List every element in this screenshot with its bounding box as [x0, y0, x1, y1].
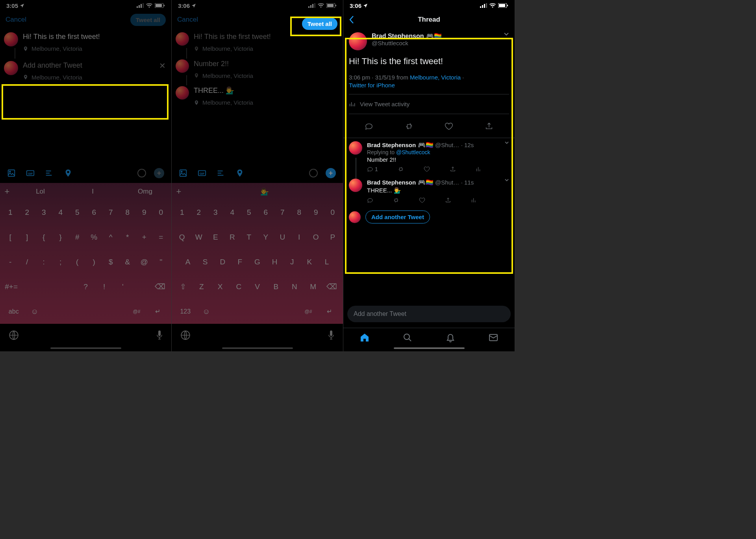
keyboard-key[interactable]: ]	[20, 227, 35, 248]
cancel-button[interactable]: Cancel	[177, 16, 198, 24]
keyboard-key[interactable]: 7	[104, 202, 118, 223]
keyboard-key[interactable]: ⇧	[175, 276, 191, 297]
location-tag[interactable]: Melbourne, Victoria	[194, 45, 339, 52]
return-key[interactable]: ↵	[147, 301, 168, 322]
suggestion-expand[interactable]: +	[0, 186, 14, 197]
location-icon[interactable]	[64, 169, 72, 177]
share-icon[interactable]	[445, 197, 451, 203]
share-icon[interactable]	[450, 166, 456, 172]
tweet-2-placeholder[interactable]: Add another Tweet	[23, 61, 153, 70]
location-tag[interactable]: Melbourne, Victoria	[194, 72, 339, 79]
user-name[interactable]: Brad Stephenson	[372, 33, 424, 40]
keyboard-key[interactable]: B	[268, 276, 284, 297]
keyboard[interactable]: + Lol I Omg 1234567890 []{}#%^*+= -/:;()…	[0, 183, 171, 324]
keyboard-key[interactable]: {	[37, 227, 51, 248]
keyboard-key[interactable]	[22, 276, 38, 297]
keyboard-key[interactable]: U	[275, 227, 290, 248]
keyboard-key[interactable]: 0	[154, 202, 169, 223]
keyboard-key[interactable]: )	[87, 251, 102, 273]
keyboard-key[interactable]: *	[120, 227, 135, 248]
keyboard-key[interactable]: R	[225, 227, 240, 248]
chevron-down-icon[interactable]	[504, 32, 509, 50]
return-key[interactable]: ↵	[319, 301, 340, 322]
keyboard-key[interactable]: 9	[309, 202, 323, 223]
keyboard-key[interactable]: 0	[326, 202, 340, 223]
keyboard-key[interactable]: ⌫	[152, 276, 168, 297]
like-icon[interactable]	[424, 166, 430, 172]
add-another-tweet-button[interactable]: Add another Tweet	[365, 210, 430, 223]
search-tab-icon[interactable]	[403, 333, 412, 342]
user-name[interactable]: Brad Stephenson	[367, 142, 416, 148]
keyboard-key[interactable]: C	[231, 276, 247, 297]
keyboard-key[interactable]: 6	[87, 202, 102, 223]
like-icon[interactable]	[419, 197, 425, 203]
reply-tweet-1[interactable]: Brad Stephenson 🎮🏳️‍🌈 @Shut… · 12s Reply…	[343, 138, 515, 175]
keyboard-key[interactable]: A	[180, 251, 195, 273]
keyboard-key[interactable]: :	[37, 251, 51, 273]
keyboard-key[interactable]: 2	[20, 202, 35, 223]
gif-icon[interactable]: GIF	[26, 169, 35, 177]
retweet-icon[interactable]	[393, 197, 399, 203]
keyboard-key[interactable]: [	[3, 227, 18, 248]
keyboard-key[interactable]: ^	[104, 227, 118, 248]
tweet-all-button[interactable]: Tweet all	[130, 14, 166, 26]
analytics-icon[interactable]	[471, 197, 477, 203]
location-tag[interactable]: Melbourne, Victoria	[23, 74, 153, 81]
location-icon[interactable]	[235, 169, 244, 177]
emoji-key[interactable]: ☺	[198, 301, 214, 322]
keyboard-key[interactable]: @	[137, 251, 152, 273]
keyboard-key[interactable]: 1	[175, 202, 189, 223]
poll-icon[interactable]	[217, 169, 225, 177]
keyboard-key[interactable]: ⌫	[324, 276, 340, 297]
keyboard-key[interactable]: H	[267, 251, 282, 273]
home-tab-icon[interactable]	[360, 333, 369, 342]
tweet-2-text[interactable]: Number 2!!	[194, 59, 339, 68]
main-tweet[interactable]: Brad Stephenson 🎮🏳️‍🌈 @Shuttlecock Hi! T…	[343, 28, 515, 138]
space-key[interactable]	[45, 301, 126, 322]
keyboard-key[interactable]: +	[137, 227, 152, 248]
mic-icon[interactable]	[328, 330, 334, 340]
tweet-row-2[interactable]: Add another Tweet Melbourne, Victoria ✕	[4, 59, 167, 83]
mic-icon[interactable]	[156, 330, 163, 340]
tweet-row-3[interactable]: THREE... 💁‍♂️ Melbourne, Victoria	[176, 84, 339, 109]
keyboard-key[interactable]: N	[286, 276, 302, 297]
avatar[interactable]	[349, 179, 362, 192]
at-hash-key[interactable]: @#	[128, 301, 145, 322]
source-link[interactable]: Twitter for iPhone	[349, 82, 395, 89]
keyboard-key[interactable]: D	[215, 251, 230, 273]
avatar[interactable]	[349, 32, 367, 50]
abc-key[interactable]: abc	[3, 301, 24, 322]
back-button[interactable]	[349, 15, 354, 24]
suggestion[interactable]: I	[67, 188, 119, 196]
tweet-1-text[interactable]: Hi! This is the first tweet!	[194, 32, 339, 41]
keyboard-key[interactable]: T	[242, 227, 256, 248]
keyboard-key[interactable]: J	[285, 251, 300, 273]
keyboard-key[interactable]: E	[208, 227, 223, 248]
like-icon[interactable]	[445, 122, 453, 131]
keyboard-key[interactable]: 8	[292, 202, 307, 223]
avatar[interactable]	[349, 141, 362, 155]
globe-icon[interactable]	[9, 330, 19, 340]
analytics-icon[interactable]	[476, 166, 482, 172]
at-hash-key[interactable]: @#	[300, 301, 316, 322]
keyboard-key[interactable]: 6	[259, 202, 273, 223]
suggestion[interactable]: 💁‍♂️	[186, 187, 343, 196]
compose-reply-input[interactable]: Add another Tweet	[347, 306, 511, 322]
keyboard-key[interactable]: F	[232, 251, 247, 273]
123-key[interactable]: 123	[175, 301, 196, 322]
image-icon[interactable]	[7, 169, 16, 177]
keyboard-key[interactable]: 9	[137, 202, 152, 223]
keyboard-key[interactable]: 5	[242, 202, 256, 223]
add-tweet-button[interactable]: +	[326, 168, 336, 178]
keyboard-key[interactable]: '	[115, 276, 131, 297]
keyboard-key[interactable]: ;	[54, 251, 68, 273]
keyboard-key[interactable]: 2	[192, 202, 206, 223]
cancel-button[interactable]: Cancel	[6, 16, 26, 24]
keyboard-key[interactable]: X	[212, 276, 228, 297]
keyboard-key[interactable]: }	[54, 227, 68, 248]
chevron-down-icon[interactable]	[504, 179, 509, 203]
keyboard-key[interactable]: /	[20, 251, 35, 273]
keyboard-key[interactable]: K	[302, 251, 317, 273]
reply-icon[interactable]	[365, 122, 373, 131]
suggestion[interactable]: Omg	[119, 188, 171, 196]
